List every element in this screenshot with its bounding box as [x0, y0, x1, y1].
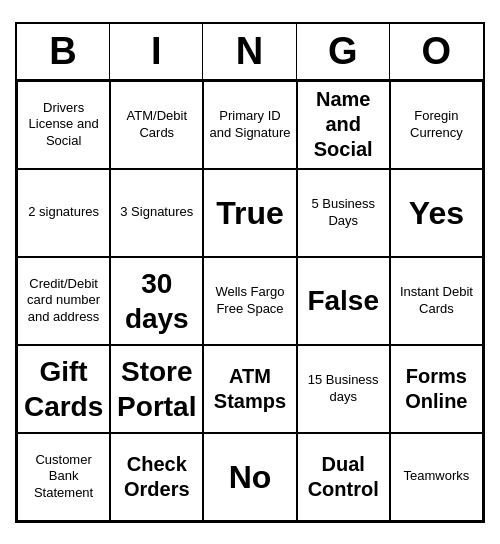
cell-7: True — [203, 169, 296, 257]
cell-14: Instant Debit Cards — [390, 257, 483, 345]
cell-8: 5 Business Days — [297, 169, 390, 257]
cell-6: 3 Signatures — [110, 169, 203, 257]
cell-22: No — [203, 433, 296, 521]
cell-13: False — [297, 257, 390, 345]
bingo-header: BINGO — [17, 24, 483, 81]
cell-16: Store Portal — [110, 345, 203, 433]
cell-3: Name and Social — [297, 81, 390, 169]
cell-4: Foregin Currency — [390, 81, 483, 169]
cell-1: ATM/Debit Cards — [110, 81, 203, 169]
header-letter-G: G — [297, 24, 390, 79]
cell-2: Primary ID and Signature — [203, 81, 296, 169]
cell-18: 15 Business days — [297, 345, 390, 433]
cell-12: Wells Fargo Free Space — [203, 257, 296, 345]
header-letter-N: N — [203, 24, 296, 79]
cell-9: Yes — [390, 169, 483, 257]
cell-24: Teamworks — [390, 433, 483, 521]
cell-23: Dual Control — [297, 433, 390, 521]
cell-0: Drivers License and Social — [17, 81, 110, 169]
cell-20: Customer Bank Statement — [17, 433, 110, 521]
cell-11: 30 days — [110, 257, 203, 345]
header-letter-B: B — [17, 24, 110, 79]
bingo-grid: Drivers License and SocialATM/Debit Card… — [17, 81, 483, 521]
bingo-card: BINGO Drivers License and SocialATM/Debi… — [15, 22, 485, 523]
cell-21: Check Orders — [110, 433, 203, 521]
header-letter-I: I — [110, 24, 203, 79]
cell-19: Forms Online — [390, 345, 483, 433]
cell-15: Gift Cards — [17, 345, 110, 433]
cell-5: 2 signatures — [17, 169, 110, 257]
cell-10: Credit/Debit card number and address — [17, 257, 110, 345]
header-letter-O: O — [390, 24, 483, 79]
cell-17: ATM Stamps — [203, 345, 296, 433]
